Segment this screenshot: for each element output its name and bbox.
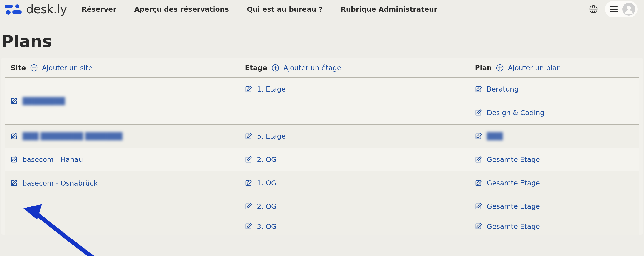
edit-icon[interactable] [245,179,252,187]
edit-icon[interactable] [10,97,18,105]
plan-link[interactable]: Gesamte Etage [487,223,540,231]
site-link[interactable]: ████████ [22,97,65,105]
nav-admin[interactable]: Rubrique Administrateur [340,5,438,13]
table-row: ████████ 1. Etage [5,77,639,125]
plan-link[interactable]: ███ [487,132,503,140]
page-title: Plans [2,32,644,51]
hamburger-icon [610,6,618,12]
col-plan: Plan Ajouter un plan [475,64,634,72]
edit-icon[interactable] [475,109,482,116]
col-etage: Etage Ajouter un étage [245,64,475,72]
edit-icon[interactable] [245,156,252,163]
plan-link[interactable]: Gesamte Etage [487,155,540,164]
site-link[interactable]: basecom - Osnabrück [22,179,98,187]
edit-icon[interactable] [245,203,252,210]
add-etage-link[interactable]: Ajouter un étage [284,64,341,72]
etage-link[interactable]: 2. OG [257,202,276,210]
col-site: Site Ajouter un site [10,64,245,72]
cell-site: basecom - Osnabrück [5,171,240,235]
site-link[interactable]: ███ ████████ ███████ [22,132,122,140]
etage-link[interactable]: 5. Etage [257,132,286,140]
brand-mark-icon [4,3,22,16]
brand-logo[interactable]: desk.ly [4,2,67,16]
cell-etage: 2. OG [240,148,469,171]
cell-site: ████████ [5,78,240,124]
nav-reserver[interactable]: Réserver [82,5,116,13]
edit-icon[interactable] [475,203,482,210]
edit-icon[interactable] [245,223,252,230]
site-link[interactable]: basecom - Hanau [22,155,83,164]
cell-plan: Beratung Design & Coding [469,78,639,124]
plus-icon[interactable] [272,64,279,72]
etage-link[interactable]: 2. OG [257,155,276,164]
header-actions [589,1,638,17]
edit-icon[interactable] [245,86,252,93]
cell-etage: 5. Etage [240,125,469,148]
svg-rect-3 [12,10,22,14]
plus-icon[interactable] [496,64,504,72]
add-site-link[interactable]: Ajouter un site [42,64,92,72]
cell-site: ███ ████████ ███████ [5,125,240,148]
svg-point-5 [627,6,631,10]
avatar-icon [622,3,635,16]
svg-point-2 [6,10,10,15]
svg-rect-0 [4,4,13,8]
table-header: Site Ajouter un site Etage Ajouter un ét… [2,58,642,77]
language-icon[interactable] [589,4,598,14]
plan-link[interactable]: Beratung [487,85,519,93]
table-row: basecom - Osnabrück 1. OG [5,171,639,235]
plans-table: Site Ajouter un site Etage Ajouter un ét… [2,58,642,235]
app-header: desk.ly Réserver Aperçu des réservations… [0,0,644,18]
edit-icon[interactable] [10,132,18,140]
col-site-label: Site [10,64,26,72]
user-menu[interactable] [605,1,638,17]
table-row: basecom - Hanau 2. OG Gesamte Etage [5,148,639,171]
nav-apercu[interactable]: Aperçu des réservations [134,5,229,13]
col-etage-label: Etage [245,64,267,72]
edit-icon[interactable] [475,179,482,187]
cell-plan: ███ [469,125,639,148]
etage-link[interactable]: 3. OG [257,223,276,231]
brand-wordmark: desk.ly [26,2,67,16]
table-row: ███ ████████ ███████ 5. Etage ███ [5,125,639,148]
cell-etage: 1. OG 2. OG 3. OG [240,171,469,235]
edit-icon[interactable] [10,156,18,163]
svg-point-1 [16,4,19,8]
plan-link[interactable]: Design & Coding [487,109,544,117]
etage-link[interactable]: 1. OG [257,179,276,187]
cell-plan: Gesamte Etage [469,148,639,171]
add-plan-link[interactable]: Ajouter un plan [508,64,561,72]
cell-site: basecom - Hanau [5,148,240,171]
nav-qui[interactable]: Qui est au bureau ? [247,5,323,13]
edit-icon[interactable] [10,179,18,187]
plan-link[interactable]: Gesamte Etage [487,179,540,187]
cell-etage: 1. Etage [240,78,469,124]
main-nav: Réserver Aperçu des réservations Qui est… [82,5,438,13]
etage-link[interactable]: 1. Etage [257,85,286,93]
plan-link[interactable]: Gesamte Etage [487,202,540,210]
edit-icon[interactable] [475,86,482,93]
plus-icon[interactable] [30,64,38,72]
edit-icon[interactable] [245,132,252,140]
table-body: ████████ 1. Etage [2,77,642,235]
col-plan-label: Plan [475,64,492,72]
edit-icon[interactable] [475,132,482,140]
edit-icon[interactable] [475,156,482,163]
edit-icon[interactable] [475,223,482,230]
cell-plan: Gesamte Etage Gesamte Etage Gesamte Etag… [469,171,639,235]
